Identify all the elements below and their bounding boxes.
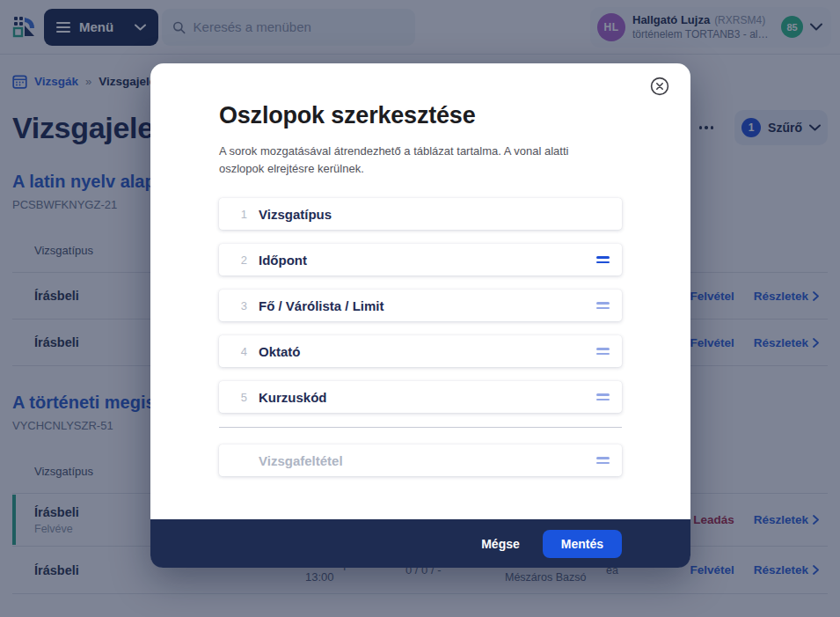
column-label: Vizsgatípus [259, 207, 332, 222]
column-item-vizsgafeltetel[interactable]: Vizsgafeltétel [219, 444, 622, 476]
column-list: 1 Vizsgatípus 2 Időpont 3 Fő / Várólista… [219, 198, 622, 476]
cancel-button[interactable]: Mégse [472, 530, 529, 558]
dialog-description: A sorok mozgatásával átrendezhető a tábl… [219, 143, 613, 177]
hidden-columns-divider [219, 427, 622, 428]
column-item-fo-varolista-limit[interactable]: 3 Fő / Várólista / Limit [219, 290, 622, 321]
save-button[interactable]: Mentés [543, 530, 622, 558]
edit-columns-dialog: Oszlopok szerkesztése A sorok mozgatásáv… [150, 63, 690, 568]
column-item-idopont[interactable]: 2 Időpont [219, 244, 622, 275]
column-label: Kurzuskód [259, 390, 327, 405]
column-order-number: 5 [237, 391, 247, 404]
column-label: Oktató [259, 344, 301, 359]
column-order-number: 1 [237, 208, 247, 221]
column-label: Fő / Várólista / Limit [259, 298, 384, 313]
drag-handle-icon[interactable] [596, 302, 610, 309]
drag-handle-icon[interactable] [596, 457, 610, 464]
column-order-number: 3 [237, 299, 247, 312]
column-label: Időpont [259, 253, 307, 268]
column-item-vizsgatipus[interactable]: 1 Vizsgatípus [219, 198, 622, 230]
column-label: Vizsgafeltétel [259, 453, 343, 468]
dialog-title: Oszlopok szerkesztése [219, 102, 622, 129]
close-icon [650, 77, 669, 96]
column-item-oktato[interactable]: 4 Oktató [219, 335, 622, 367]
dialog-footer: Mégse Mentés [150, 519, 690, 568]
drag-handle-icon[interactable] [596, 256, 610, 263]
column-item-kurzuskod[interactable]: 5 Kurzuskód [219, 381, 622, 413]
column-order-number: 4 [237, 345, 247, 358]
column-order-number: 2 [237, 253, 247, 267]
drag-handle-icon[interactable] [596, 348, 610, 355]
drag-handle-icon[interactable] [596, 393, 610, 400]
close-button[interactable] [649, 77, 670, 98]
